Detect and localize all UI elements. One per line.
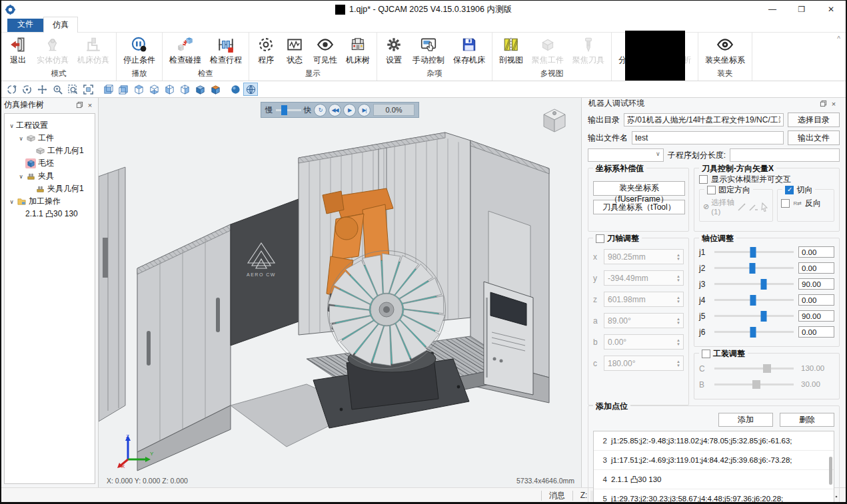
axis-x-spinbox[interactable]: 980.25mm▲▼: [604, 249, 684, 264]
point-list-item[interactable]: 2j1:25.85;j2:-9.48;j3:118.02;j4:78.05;j5…: [594, 431, 834, 451]
tree-item-夹具几何1[interactable]: 夹具几何1: [5, 182, 95, 195]
fixture-frame-button[interactable]: 装夹坐标系: [701, 35, 749, 68]
j4-slider-thumb[interactable]: [750, 295, 756, 306]
tab-simulation[interactable]: 仿真: [43, 17, 78, 33]
tool-axis-checkbox[interactable]: [596, 234, 604, 243]
fixed-direction-checkbox[interactable]: [707, 186, 716, 194]
fixture-adjust-checkbox[interactable]: [702, 350, 710, 358]
check-travel-button[interactable]: 检查行程: [206, 35, 246, 68]
j5-value-input[interactable]: 90.00: [798, 310, 834, 322]
tree-item-夹具[interactable]: ∨夹具: [5, 170, 95, 182]
j1-slider-thumb[interactable]: [750, 247, 756, 258]
add-point-button[interactable]: 添加: [718, 413, 773, 427]
view-cube[interactable]: [538, 105, 570, 139]
output-file-input[interactable]: [632, 131, 784, 144]
reverse-checkbox[interactable]: [781, 199, 790, 208]
tree-item-2.1.1 凸30 130[interactable]: 2.1.1 凸30 130: [5, 208, 95, 220]
j4-value-input[interactable]: 0.00: [798, 294, 834, 306]
output-dir-input[interactable]: [624, 113, 784, 126]
minimize-button[interactable]: —: [758, 1, 787, 19]
exit-button[interactable]: 退出: [4, 35, 32, 68]
point-list-item[interactable]: 42.1.1 凸30 130: [594, 470, 834, 489]
program-button[interactable]: 程序: [252, 35, 280, 68]
view-front-icon[interactable]: [101, 83, 115, 96]
machine-tree-button[interactable]: 机床树: [342, 35, 374, 68]
view-top-icon[interactable]: [131, 83, 146, 96]
subprogram-length-input[interactable]: [730, 148, 840, 162]
chevron-down-icon[interactable]: ∨: [7, 123, 16, 129]
tree-item-工程设置[interactable]: ∨工程设置: [5, 119, 95, 132]
tree-item-工件几何1[interactable]: 工件几何1: [5, 144, 95, 157]
close-panel-icon[interactable]: ×: [828, 100, 839, 108]
speed-slider[interactable]: [276, 109, 301, 111]
wireframe-globe-icon[interactable]: [243, 83, 258, 96]
zoom-window-icon[interactable]: [65, 83, 80, 96]
axis-z-spinbox[interactable]: 601.98mm▲▼: [604, 292, 684, 307]
j1-slider[interactable]: [714, 251, 794, 253]
iso-view-icon[interactable]: [193, 83, 207, 96]
spinner-arrows-icon[interactable]: ▲▼: [674, 296, 683, 304]
axis-a-spinbox[interactable]: 89.00°▲▼: [604, 313, 684, 328]
axis-y-spinbox[interactable]: -394.49mm▲▼: [604, 270, 684, 286]
stop-condition-button[interactable]: 停止条件: [119, 35, 159, 68]
orbit-icon[interactable]: [4, 83, 19, 96]
tree-item-毛坯[interactable]: 毛坯: [5, 157, 95, 170]
pick-cursor-icon[interactable]: [760, 202, 769, 212]
speed-slider-thumb[interactable]: [281, 105, 287, 115]
close-panel-icon[interactable]: ×: [85, 101, 95, 109]
chevron-down-icon[interactable]: ∨: [7, 198, 16, 205]
view-back-icon[interactable]: [116, 83, 131, 96]
maximize-button[interactable]: ❒: [787, 1, 816, 19]
points-list[interactable]: 2j1:25.85;j2:-9.48;j3:118.02;j4:78.05;j5…: [593, 431, 834, 504]
j5-slider-thumb[interactable]: [760, 311, 766, 322]
float-panel-icon[interactable]: [818, 100, 828, 107]
status-message[interactable]: 消息: [541, 491, 572, 501]
j1-value-input[interactable]: 0.00: [798, 246, 834, 258]
close-button[interactable]: ✕: [816, 1, 846, 19]
zoom-fit-icon[interactable]: [81, 83, 95, 96]
delete-point-button[interactable]: 删除: [780, 413, 834, 427]
chevron-down-icon[interactable]: ∨: [17, 173, 25, 180]
settings-button[interactable]: 设置: [380, 35, 408, 68]
spinner-arrows-icon[interactable]: ▲▼: [674, 253, 683, 261]
point-list-item[interactable]: 5j1:29.73;j2:30.23;j3:58.67;j4:4.48;j5:9…: [594, 489, 834, 504]
spinner-arrows-icon[interactable]: ▲▼: [674, 338, 683, 346]
spinner-arrows-icon[interactable]: ▲▼: [674, 317, 683, 325]
3d-viewport[interactable]: AERO CW: [98, 98, 582, 487]
float-panel-icon[interactable]: [74, 101, 85, 109]
reset-button[interactable]: ↻: [314, 104, 327, 117]
spinner-arrows-icon[interactable]: ▲▼: [674, 274, 683, 282]
postprocessor-combo[interactable]: ∨: [588, 148, 664, 162]
zoom-icon[interactable]: [50, 83, 65, 96]
orbit-point-icon[interactable]: [19, 83, 34, 96]
save-machine-button[interactable]: 保存机床: [449, 35, 489, 68]
pan-icon[interactable]: [35, 83, 49, 96]
check-collision-button[interactable]: 检查碰撞: [165, 35, 205, 68]
j5-slider[interactable]: [714, 315, 794, 317]
section-view-button[interactable]: 剖视图: [495, 35, 527, 68]
status-button[interactable]: 状态: [281, 35, 309, 68]
view-bottom-icon[interactable]: [147, 83, 161, 96]
shaded-icon[interactable]: [228, 83, 243, 96]
iso-view2-icon[interactable]: [208, 83, 223, 96]
show-model-checkbox[interactable]: [699, 175, 708, 184]
j2-slider-thumb[interactable]: [750, 263, 756, 274]
j6-slider[interactable]: [714, 331, 794, 333]
userframe-button[interactable]: 装夹坐标系（fUserFrame）: [593, 181, 685, 196]
points-scrollbar[interactable]: [829, 457, 832, 485]
j2-slider[interactable]: [714, 267, 794, 269]
j2-value-input[interactable]: 0.00: [798, 262, 834, 274]
view-left-icon[interactable]: [162, 83, 177, 96]
tab-file[interactable]: 文件: [7, 17, 43, 32]
collapse-ribbon-icon[interactable]: ^: [837, 35, 840, 43]
view-right-icon[interactable]: [177, 83, 192, 96]
j3-slider[interactable]: [714, 283, 794, 285]
j4-slider[interactable]: [714, 299, 794, 301]
j6-value-input[interactable]: 0.00: [798, 326, 834, 338]
point-list-item[interactable]: 3j1:17.51;j2:-4.69;j3:119.01;j4:84.42;j5…: [594, 451, 834, 470]
chevron-down-icon[interactable]: ∨: [17, 135, 25, 142]
axis-b-spinbox[interactable]: 0.00°▲▼: [604, 334, 684, 350]
tree-item-加工操作[interactable]: ∨加工操作: [5, 195, 95, 208]
rewind-button[interactable]: ◀◀: [329, 104, 341, 117]
j3-value-input[interactable]: 90.00: [798, 278, 834, 290]
